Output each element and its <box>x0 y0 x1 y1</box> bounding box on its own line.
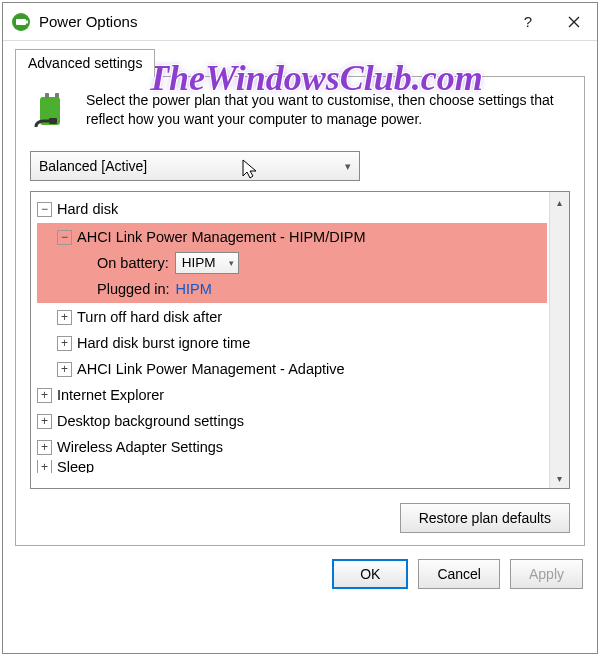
expand-icon[interactable]: + <box>57 362 72 377</box>
power-plan-selected: Balanced [Active] <box>39 158 147 174</box>
svg-rect-1 <box>16 19 26 25</box>
tree-scrollbar[interactable]: ▴ ▾ <box>549 192 569 488</box>
close-button[interactable] <box>551 3 597 41</box>
cancel-button[interactable]: Cancel <box>418 559 500 589</box>
tree-node-turn-off-hd[interactable]: + Turn off hard disk after <box>37 304 547 330</box>
tab-advanced-settings[interactable]: Advanced settings <box>15 49 155 77</box>
help-button[interactable]: ? <box>505 3 551 41</box>
scroll-down-arrow[interactable]: ▾ <box>550 468 569 488</box>
svg-rect-5 <box>55 93 59 98</box>
chevron-down-icon: ▾ <box>345 160 351 173</box>
titlebar: Power Options ? <box>3 3 597 41</box>
expand-icon[interactable]: + <box>37 440 52 455</box>
expand-icon[interactable]: + <box>57 310 72 325</box>
plugged-in-value[interactable]: HIPM <box>176 276 212 302</box>
tree-node-hard-disk[interactable]: − Hard disk <box>37 196 547 222</box>
chevron-down-icon: ▾ <box>229 250 234 276</box>
dialog-title: Power Options <box>39 13 505 30</box>
collapse-icon[interactable]: − <box>37 202 52 217</box>
tab-strip: Advanced settings <box>3 41 597 77</box>
svg-rect-2 <box>26 20 28 23</box>
instructions-text: Select the power plan that you want to c… <box>86 91 570 129</box>
power-plan-dropdown[interactable]: Balanced [Active] ▾ <box>30 151 360 181</box>
setting-plugged-in: Plugged in: HIPM <box>37 276 547 302</box>
dialog-button-row: OK Cancel Apply <box>3 559 597 603</box>
on-battery-dropdown[interactable]: HIPM ▾ <box>175 252 240 274</box>
expand-icon[interactable]: + <box>37 460 52 473</box>
mouse-cursor <box>241 158 259 183</box>
tree-node-ahci-hipm-dipm[interactable]: − AHCI Link Power Management - HIPM/DIPM <box>37 224 547 250</box>
svg-rect-6 <box>49 118 57 124</box>
tree-node-wireless[interactable]: + Wireless Adapter Settings <box>37 434 547 460</box>
ok-button[interactable]: OK <box>332 559 408 589</box>
on-battery-label: On battery: <box>97 250 169 276</box>
setting-on-battery: On battery: HIPM ▾ <box>37 250 547 276</box>
svg-rect-4 <box>45 93 49 98</box>
restore-defaults-button[interactable]: Restore plan defaults <box>400 503 570 533</box>
expand-icon[interactable]: + <box>57 336 72 351</box>
expand-icon[interactable]: + <box>37 388 52 403</box>
tree-node-hd-burst[interactable]: + Hard disk burst ignore time <box>37 330 547 356</box>
settings-tree-body[interactable]: − Hard disk − AHCI Link Power Management… <box>31 192 549 488</box>
tree-node-sleep[interactable]: + Sleep <box>37 460 547 473</box>
collapse-icon[interactable]: − <box>57 230 72 245</box>
battery-plug-icon <box>30 91 74 135</box>
tab-panel: Select the power plan that you want to c… <box>15 76 585 546</box>
tree-node-internet-explorer[interactable]: + Internet Explorer <box>37 382 547 408</box>
apply-button: Apply <box>510 559 583 589</box>
tree-node-desktop-bg[interactable]: + Desktop background settings <box>37 408 547 434</box>
plugged-in-label: Plugged in: <box>97 276 170 302</box>
highlighted-zone: − AHCI Link Power Management - HIPM/DIPM… <box>37 223 547 303</box>
tree-node-ahci-adaptive[interactable]: + AHCI Link Power Management - Adaptive <box>37 356 547 382</box>
expand-icon[interactable]: + <box>37 414 52 429</box>
settings-tree: − Hard disk − AHCI Link Power Management… <box>30 191 570 489</box>
power-options-icon <box>11 12 31 32</box>
scroll-up-arrow[interactable]: ▴ <box>550 192 569 212</box>
power-options-dialog: Power Options ? Advanced settings Select… <box>2 2 598 654</box>
